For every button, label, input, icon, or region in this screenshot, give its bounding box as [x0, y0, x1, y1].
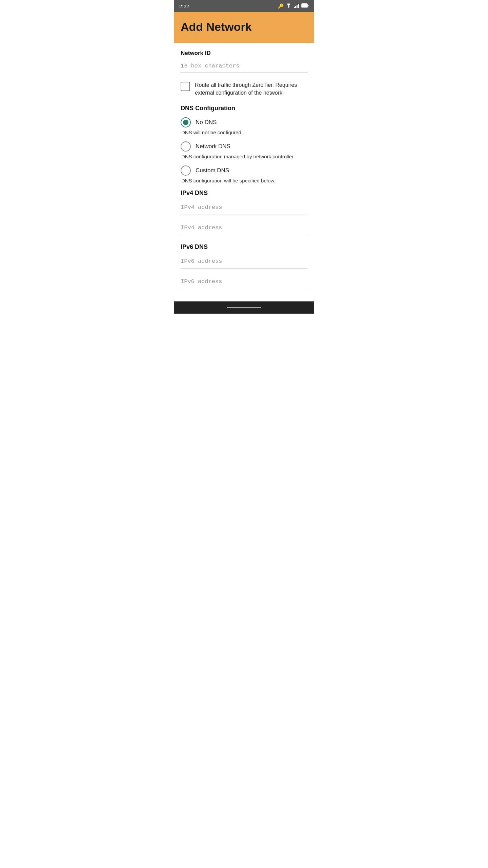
- wifi-icon: [286, 3, 292, 9]
- svg-rect-5: [302, 4, 307, 7]
- status-icons: 🔑: [278, 3, 309, 9]
- dns-section-title: DNS Configuration: [181, 105, 307, 112]
- bottom-home-indicator: [227, 307, 261, 308]
- route-traffic-label: Route all traffic through ZeroTier. Requ…: [195, 81, 307, 97]
- route-traffic-row[interactable]: Route all traffic through ZeroTier. Requ…: [181, 81, 307, 97]
- ipv6-dns-title: IPv6 DNS: [181, 243, 307, 251]
- network-dns-radio[interactable]: [181, 141, 191, 152]
- no-dns-radio-inner: [183, 120, 188, 125]
- status-time: 2:22: [179, 3, 189, 9]
- svg-rect-3: [298, 4, 299, 8]
- key-icon: 🔑: [278, 3, 284, 9]
- dns-option-network-dns[interactable]: Network DNS DNS configuration managed by…: [181, 141, 307, 159]
- network-id-label: Network ID: [181, 50, 307, 57]
- ipv4-address-input-2[interactable]: [181, 220, 307, 235]
- svg-rect-6: [308, 5, 309, 6]
- page-title: Add Network: [181, 20, 307, 34]
- ipv4-dns-title: IPv4 DNS: [181, 190, 307, 197]
- network-id-section: Network ID: [181, 50, 307, 80]
- svg-rect-2: [297, 5, 298, 8]
- custom-dns-description: DNS configuration will be specified belo…: [181, 178, 307, 183]
- dns-option-custom-dns[interactable]: Custom DNS DNS configuration will be spe…: [181, 165, 307, 183]
- network-dns-description: DNS configuration managed by network con…: [181, 154, 307, 159]
- network-dns-label: Network DNS: [196, 143, 230, 150]
- svg-rect-1: [295, 6, 296, 8]
- ipv6-address-input-2[interactable]: [181, 274, 307, 289]
- battery-icon: [301, 3, 309, 9]
- custom-dns-radio[interactable]: [181, 165, 191, 176]
- form-content: Network ID Route all traffic through Zer…: [174, 43, 314, 301]
- ipv6-address-input-1[interactable]: [181, 254, 307, 269]
- no-dns-radio[interactable]: [181, 117, 191, 127]
- header: Add Network: [174, 12, 314, 43]
- no-dns-description: DNS will not be configured.: [181, 130, 307, 135]
- bottom-nav-bar: [174, 301, 314, 314]
- dns-config-section: DNS Configuration No DNS DNS will not be…: [181, 105, 307, 183]
- custom-dns-label: Custom DNS: [196, 167, 229, 174]
- svg-rect-0: [294, 7, 295, 8]
- route-traffic-checkbox[interactable]: [181, 82, 190, 91]
- ipv4-address-input-1[interactable]: [181, 200, 307, 215]
- status-bar: 2:22 🔑: [174, 0, 314, 12]
- dns-option-no-dns[interactable]: No DNS DNS will not be configured.: [181, 117, 307, 135]
- ipv6-dns-section: IPv6 DNS: [181, 243, 307, 295]
- no-dns-label: No DNS: [196, 119, 217, 126]
- network-id-input[interactable]: [181, 59, 307, 73]
- ipv4-dns-section: IPv4 DNS: [181, 190, 307, 241]
- no-dns-row[interactable]: No DNS: [181, 117, 307, 127]
- custom-dns-row[interactable]: Custom DNS: [181, 165, 307, 176]
- signal-icon: [294, 3, 299, 9]
- network-dns-row[interactable]: Network DNS: [181, 141, 307, 152]
